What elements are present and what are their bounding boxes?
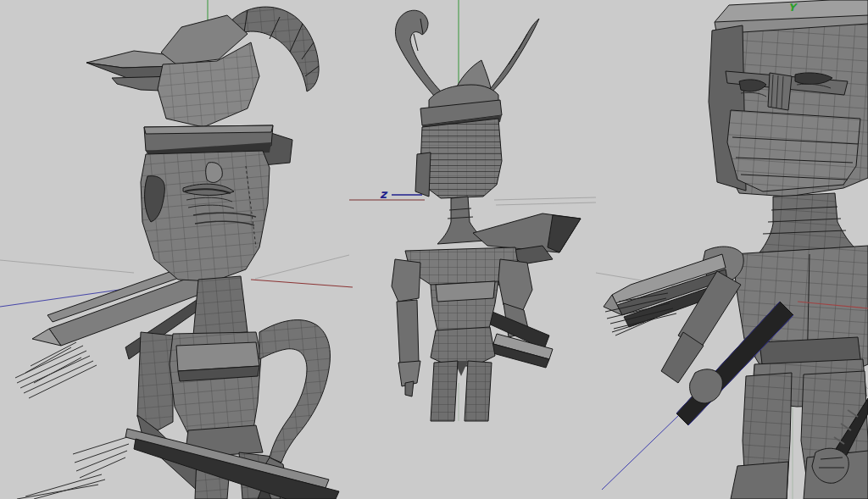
mesh-grid-overlay bbox=[420, 119, 502, 198]
mesh-grid-overlay bbox=[137, 332, 173, 430]
helmet-brim-ridge bbox=[144, 125, 273, 134]
render-canvas: z bbox=[0, 0, 868, 499]
arm-left-fore bbox=[397, 300, 419, 366]
mesh-grid-overlay bbox=[465, 361, 492, 421]
finger bbox=[405, 381, 414, 396]
mesh-grid-overlay bbox=[431, 327, 495, 366]
nose bbox=[206, 163, 223, 183]
composite-3d-viewport: z bbox=[0, 0, 868, 499]
jaw-flange bbox=[415, 152, 431, 197]
foot-left bbox=[731, 462, 788, 499]
arm-left-upper bbox=[392, 259, 420, 302]
mesh-grid-overlay bbox=[193, 276, 248, 335]
belt bbox=[436, 281, 495, 302]
mesh-grid-overlay bbox=[431, 361, 458, 421]
